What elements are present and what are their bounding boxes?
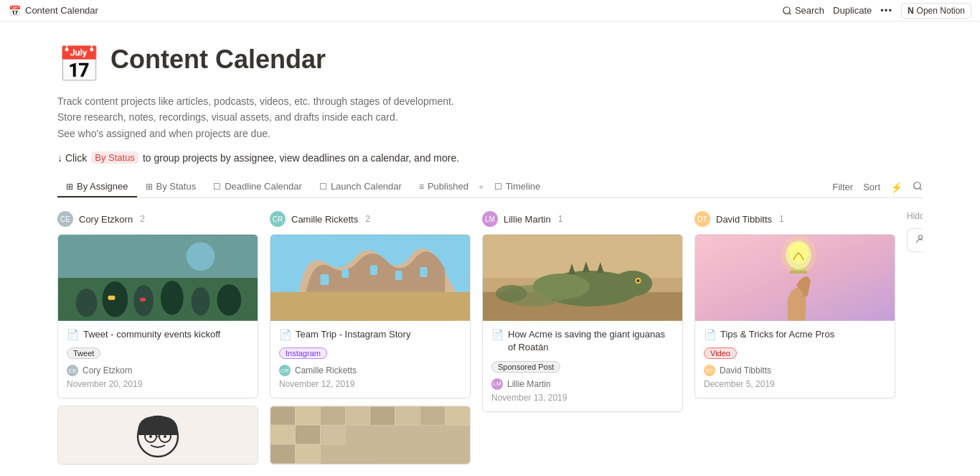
building-image <box>270 235 470 321</box>
card-avatar-cory: CE <box>67 365 78 376</box>
svg-point-0 <box>783 6 790 13</box>
board-search-icon[interactable] <box>913 181 923 193</box>
tab-by-assignee-label: By Assignee <box>77 181 128 192</box>
search-svg <box>913 181 923 191</box>
svg-point-57 <box>781 236 816 275</box>
card-author-1: Cory Etzkorn <box>83 365 132 375</box>
card-avatar-camille: CR <box>279 365 291 376</box>
card-tag-video: Video <box>704 347 737 359</box>
svg-rect-36 <box>445 407 470 426</box>
card-author-2: Camille Ricketts <box>295 365 357 375</box>
more-button[interactable]: ••• <box>880 5 892 16</box>
desc-line-3: See who's assigned and when projects are… <box>57 126 923 141</box>
column-count-david: 1 <box>779 214 784 224</box>
card-title-2: Team Trip - Instagram Story <box>296 328 410 341</box>
card-date-3: November 13, 2019 <box>491 393 674 403</box>
open-notion-label: Open Notion <box>917 6 965 16</box>
svg-point-58 <box>918 235 922 239</box>
card-tips-tricks[interactable]: 📄 Tips & Tricks for Acme Pros Video DT D… <box>694 234 895 398</box>
open-notion-button[interactable]: N Open Notion <box>901 3 971 19</box>
add-tab-button[interactable]: + <box>477 182 486 192</box>
card-title-row-1: 📄 Tweet - community events kickoff <box>67 328 249 341</box>
no-assign-icon <box>915 233 923 247</box>
tab-timeline-icon: ☐ <box>494 182 502 192</box>
card-body-tweet-community: 📄 Tweet - community events kickoff Tweet… <box>58 321 258 398</box>
card-placeholder-camille[interactable] <box>270 406 471 465</box>
column-header-cory: CE Cory Etzkorn 2 <box>57 211 258 227</box>
tab-deadline-calendar[interactable]: ☐ Deadline Calendar <box>204 177 311 197</box>
tab-deadline-label: Deadline Calendar <box>225 181 302 192</box>
hidden-group-no-assign[interactable]: No Assign 2 <box>907 228 923 252</box>
card-placeholder-img <box>58 406 258 464</box>
tab-by-assignee[interactable]: ⊞ By Assignee <box>57 177 137 197</box>
card-title-4: Tips & Tricks for Acme Pros <box>720 328 834 341</box>
card-placeholder-img-camille <box>270 406 470 464</box>
card-tag-sponsored: Sponsored Post <box>491 361 560 373</box>
bulb-image <box>695 235 895 321</box>
svg-rect-38 <box>296 425 321 444</box>
svg-rect-33 <box>370 407 395 426</box>
tab-timeline[interactable]: ☐ Timeline <box>486 177 550 197</box>
card-tweet-community[interactable]: 📄 Tweet - community events kickoff Tweet… <box>57 234 258 398</box>
card-author-3: Lillie Martin <box>507 379 551 389</box>
search-button[interactable]: Search <box>782 5 824 16</box>
svg-point-2 <box>914 182 920 189</box>
page-header: 📅 Content Calendar <box>57 45 923 85</box>
svg-rect-14 <box>140 298 146 302</box>
card-title-row-2: 📄 Team Trip - Instagram Story <box>279 328 461 341</box>
svg-point-6 <box>187 243 215 271</box>
card-img-tweet-community <box>58 235 258 321</box>
page-emoji: 📅 <box>57 45 100 85</box>
svg-rect-37 <box>270 425 296 444</box>
card-team-trip[interactable]: 📄 Team Trip - Instagram Story Instagram … <box>270 234 471 398</box>
comic-face-svg <box>122 408 194 462</box>
svg-rect-41 <box>296 444 321 464</box>
topbar-title: Content Calendar <box>25 5 98 16</box>
card-avatar-david: DT <box>704 365 715 376</box>
by-status-badge[interactable]: By Status <box>91 151 138 164</box>
tab-published-label: Published <box>428 181 468 192</box>
column-title-cory: Cory Etzkorn <box>79 214 133 225</box>
card-tag-instagram: Instagram <box>279 347 327 359</box>
svg-point-20 <box>164 435 166 438</box>
tab-by-status-icon: ⊞ <box>146 182 153 192</box>
tab-launch-icon: ☐ <box>319 182 327 192</box>
tab-by-status[interactable]: ⊞ By Status <box>137 177 205 197</box>
sort-button[interactable]: Sort <box>863 182 880 192</box>
card-img-tips-tricks <box>695 235 895 321</box>
column-count-lillie: 1 <box>558 214 563 224</box>
tab-launch-calendar[interactable]: ☐ Launch Calendar <box>311 177 410 197</box>
card-placeholder-cory[interactable] <box>57 406 258 465</box>
search-label: Search <box>795 5 824 16</box>
svg-point-49 <box>636 279 639 282</box>
card-title-1: Tweet - community events kickoff <box>83 328 220 341</box>
svg-rect-39 <box>321 425 346 444</box>
column-david-tibbitts: DT David Tibbitts 1 <box>694 211 895 472</box>
lightning-icon[interactable]: ⚡ <box>890 182 903 193</box>
board: CE Cory Etzkorn 2 <box>57 211 923 476</box>
card-author-4: David Tibbitts <box>720 365 771 375</box>
duplicate-button[interactable]: Duplicate <box>833 5 872 16</box>
card-meta-2: CR Camille Ricketts <box>279 365 461 376</box>
card-iguana[interactable]: 📄 How Acme is saving the giant iguanas o… <box>482 234 683 411</box>
no-assign-svg <box>915 233 923 245</box>
column-title-david: David Tibbitts <box>716 214 772 225</box>
card-date-4: December 5, 2019 <box>704 379 886 389</box>
column-header-david: DT David Tibbitts 1 <box>694 211 895 227</box>
card-page-icon-1: 📄 <box>67 329 79 340</box>
svg-rect-25 <box>370 265 377 275</box>
topbar-page-icon: 📅 <box>9 5 21 17</box>
tab-timeline-label: Timeline <box>506 181 541 192</box>
topbar-left: 📅 Content Calendar <box>9 5 98 17</box>
column-header-camille: CR Camille Ricketts 2 <box>270 211 471 227</box>
svg-rect-30 <box>296 407 321 426</box>
card-title-row-4: 📄 Tips & Tricks for Acme Pros <box>704 328 886 341</box>
svg-point-11 <box>192 287 210 316</box>
page-content: 📅 Content Calendar Track content project… <box>0 22 980 476</box>
tab-published[interactable]: ≡ Published <box>410 177 477 197</box>
tab-deadline-icon: ☐ <box>213 182 221 192</box>
filter-button[interactable]: Filter <box>832 182 853 192</box>
svg-point-10 <box>161 281 184 315</box>
svg-rect-32 <box>345 407 370 426</box>
column-title-lillie: Lillie Martin <box>504 214 551 225</box>
